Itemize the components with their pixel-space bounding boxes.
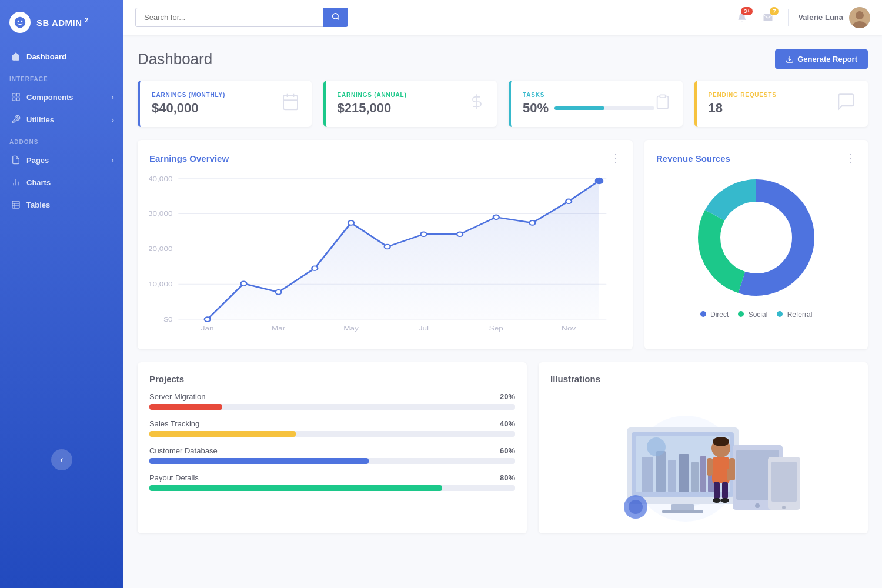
search-wrapper	[135, 8, 359, 27]
revenue-sources-menu[interactable]: ⋮	[846, 152, 856, 165]
svg-rect-5	[16, 98, 19, 101]
sidebar-item-label: Dashboard	[26, 52, 66, 61]
messages-badge: 7	[770, 7, 779, 15]
project-header: Server Migration 20%	[149, 392, 515, 401]
stat-value: $40,000	[152, 101, 281, 116]
project-name: Customer Database	[149, 446, 218, 455]
project-row-payout-details: Payout Details 80%	[149, 473, 515, 491]
project-header: Customer Database 60%	[149, 446, 515, 455]
tables-icon	[11, 200, 21, 209]
project-pct: 60%	[500, 446, 515, 455]
svg-point-46	[312, 266, 318, 270]
username-label: Valerie Luna	[798, 13, 843, 22]
stat-label: EARNINGS (ANNUAL)	[338, 92, 469, 98]
svg-point-47	[348, 220, 354, 225]
svg-rect-68	[668, 460, 676, 492]
progress-bar-wrap	[149, 404, 515, 410]
svg-line-15	[338, 18, 339, 20]
notifications-button[interactable]: 3+	[731, 7, 753, 28]
sidebar-item-dashboard[interactable]: Dashboard	[0, 45, 123, 68]
svg-point-81	[713, 437, 729, 446]
calendar-icon	[281, 91, 300, 116]
avatar	[849, 7, 870, 28]
earnings-chart-area: $40,000 $30,000 $20,000 $10,000 $0 Jan M…	[149, 173, 621, 338]
generate-report-label: Generate Report	[797, 55, 857, 64]
line-chart-svg: $40,000 $30,000 $20,000 $10,000 $0 Jan M…	[149, 173, 621, 338]
sidebar-item-tables[interactable]: Tables	[0, 193, 123, 216]
stat-card-left: PENDING REQUESTS 18	[709, 92, 837, 116]
chevron-right-icon: ›	[112, 115, 114, 124]
chart-row: Earnings Overview ⋮ $40,000	[138, 140, 868, 349]
sidebar-section-interface: INTERFACE	[0, 68, 123, 86]
tasks-progress-row: 50%	[523, 101, 654, 116]
stat-card-left: EARNINGS (MONTHLY) $40,000	[152, 92, 281, 116]
svg-rect-86	[722, 482, 728, 499]
stat-card-earnings-monthly: EARNINGS (MONTHLY) $40,000	[138, 81, 312, 127]
project-row-sales-tracking: Sales Tracking 40%	[149, 419, 515, 437]
svg-point-48	[385, 245, 390, 249]
sidebar-item-label: Tables	[26, 201, 50, 209]
notifications-badge: 3+	[741, 7, 753, 15]
project-name: Payout Details	[149, 473, 199, 482]
download-icon	[786, 55, 794, 64]
search-input[interactable]	[135, 8, 323, 27]
sidebar-item-utilities[interactable]: Utilities ›	[0, 108, 123, 131]
clipboard-icon	[654, 91, 671, 116]
svg-rect-69	[679, 454, 689, 492]
svg-text:Nov: Nov	[562, 325, 576, 332]
svg-text:Jan: Jan	[201, 325, 214, 332]
sidebar-item-pages[interactable]: Pages ›	[0, 149, 123, 171]
svg-point-17	[856, 11, 864, 19]
svg-rect-83	[707, 458, 713, 476]
svg-rect-25	[660, 95, 665, 98]
sidebar-item-charts[interactable]: Charts	[0, 171, 123, 193]
sidebar-item-label: Charts	[26, 178, 51, 187]
illustration-svg	[592, 392, 815, 522]
svg-point-58	[721, 202, 791, 273]
stat-label: EARNINGS (MONTHLY)	[152, 92, 281, 98]
svg-point-76	[755, 503, 760, 508]
topbar-user[interactable]: Valerie Luna	[798, 7, 870, 28]
svg-text:Sep: Sep	[489, 325, 503, 332]
svg-text:$40,000: $40,000	[149, 175, 173, 182]
earnings-overview-card: Earnings Overview ⋮ $40,000	[138, 140, 633, 349]
svg-text:$20,000: $20,000	[149, 246, 173, 253]
messages-button[interactable]: 7	[757, 7, 779, 28]
direct-dot	[700, 311, 706, 317]
svg-point-51	[493, 215, 499, 219]
svg-rect-10	[12, 201, 19, 208]
svg-rect-71	[700, 456, 706, 492]
progress-bar-wrap	[149, 458, 515, 464]
sidebar: SB ADMIN 2 Dashboard INTERFACE Component…	[0, 0, 123, 588]
illustrations-title: Illustrations	[550, 374, 856, 384]
brand[interactable]: SB ADMIN 2	[0, 0, 123, 45]
stat-card-pending-requests: PENDING REQUESTS 18	[694, 81, 868, 127]
svg-text:$0: $0	[163, 316, 172, 323]
earnings-overview-header: Earnings Overview ⋮	[149, 152, 621, 165]
donut-chart-wrap: Direct Social Referral	[656, 173, 856, 319]
search-button[interactable]	[323, 8, 348, 27]
project-row-customer-database: Customer Database 60%	[149, 446, 515, 464]
project-header: Payout Details 80%	[149, 473, 515, 482]
svg-rect-89	[727, 469, 735, 480]
svg-rect-78	[771, 462, 797, 502]
svg-text:$10,000: $10,000	[149, 281, 173, 288]
svg-rect-3	[12, 93, 15, 96]
charts-icon	[11, 178, 21, 187]
svg-rect-67	[656, 451, 666, 492]
generate-report-button[interactable]: Generate Report	[775, 49, 868, 69]
topbar-divider	[788, 9, 789, 26]
earnings-overview-menu[interactable]: ⋮	[610, 152, 621, 165]
stat-card-left: TASKS 50%	[523, 92, 654, 116]
project-header: Sales Tracking 40%	[149, 419, 515, 428]
avatar-image	[849, 7, 870, 28]
legend-social-label: Social	[749, 310, 768, 319]
projects-table: Server Migration 20% Sales Tracking 40%	[149, 392, 515, 491]
legend-direct: Direct	[700, 310, 729, 319]
svg-text:$30,000: $30,000	[149, 211, 173, 218]
sidebar-collapse-button[interactable]: ‹	[51, 449, 72, 470]
svg-rect-4	[16, 93, 19, 96]
progress-bar	[149, 404, 222, 410]
tasks-progress-bar	[554, 106, 604, 110]
sidebar-item-components[interactable]: Components ›	[0, 86, 123, 108]
